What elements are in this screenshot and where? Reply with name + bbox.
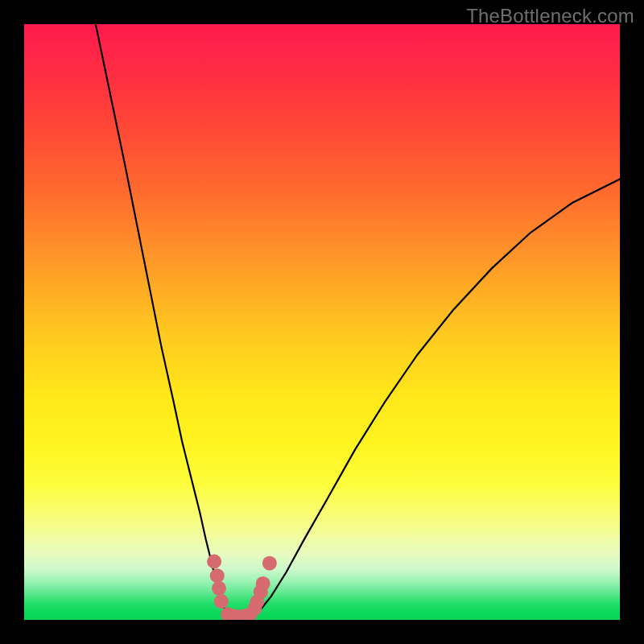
outer-frame: TheBottleneck.com [0, 0, 644, 644]
trough-marker-dot [207, 555, 221, 569]
curve-layer [96, 24, 620, 618]
chart-svg [24, 24, 620, 620]
left-curve-path [96, 24, 229, 618]
trough-marker-dot [214, 594, 229, 609]
trough-marker-dot [256, 576, 270, 591]
trough-marker-dot [212, 581, 226, 596]
trough-marker-dot [262, 556, 277, 571]
watermark-text: TheBottleneck.com [466, 5, 634, 27]
trough-marker-dot [210, 568, 225, 583]
trough-marker-layer [207, 555, 277, 621]
right-curve-path [250, 179, 620, 617]
plot-area [24, 24, 620, 620]
